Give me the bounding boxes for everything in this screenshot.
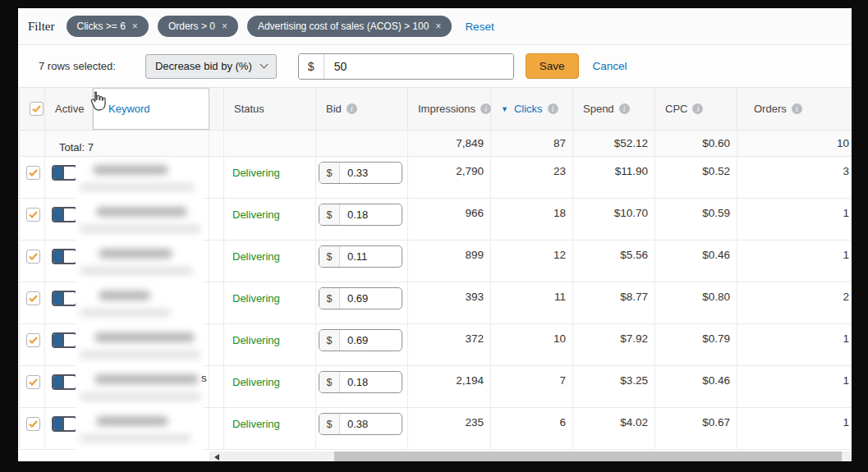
app-window: Filter Clicks >= 6×Orders > 0×Advertisin… xyxy=(18,8,852,461)
redacted-keyword-text xyxy=(93,165,168,175)
bid-value: 0.18 xyxy=(340,372,402,392)
active-toggle[interactable] xyxy=(52,165,77,181)
cpc-value: $0.46 xyxy=(655,241,737,282)
row-checkbox[interactable] xyxy=(26,291,40,305)
remove-filter-icon[interactable]: × xyxy=(222,21,227,32)
redacted-keyword-text xyxy=(94,374,199,384)
currency-prefix: $ xyxy=(299,54,324,79)
info-icon[interactable]: i xyxy=(692,103,703,114)
keyword-visible-suffix: s xyxy=(201,372,207,384)
clicks-value: 11 xyxy=(491,282,573,323)
select-all-checkbox[interactable] xyxy=(30,102,44,116)
total-orders: 10 xyxy=(737,131,852,156)
total-cpc: $0.60 xyxy=(655,131,737,156)
active-toggle[interactable] xyxy=(52,416,77,432)
total-label: Total: 7 xyxy=(45,131,93,156)
check-icon xyxy=(29,253,38,260)
bulk-action-selected-value: Decrease bid by (%) xyxy=(155,60,252,72)
spend-value: $11.90 xyxy=(573,157,655,198)
info-icon[interactable]: i xyxy=(619,103,630,114)
cancel-link[interactable]: Cancel xyxy=(593,60,627,72)
remove-filter-icon[interactable]: × xyxy=(435,21,441,32)
cpc-value: $0.59 xyxy=(655,199,737,240)
bid-value: 0.69 xyxy=(340,288,402,309)
total-spend: $52.12 xyxy=(573,131,655,156)
bid-input[interactable]: $ 0.33 xyxy=(319,162,402,184)
row-checkbox[interactable] xyxy=(26,166,40,180)
redacted-keyword-text xyxy=(99,291,150,300)
orders-value: 1 xyxy=(737,366,852,407)
scroll-left-arrow-icon[interactable] xyxy=(214,454,219,461)
impressions-value: 393 xyxy=(408,282,491,323)
info-icon[interactable]: i xyxy=(792,103,802,114)
status-text: Delivering xyxy=(224,292,280,305)
info-icon[interactable]: i xyxy=(548,103,558,114)
orders-value: 1 xyxy=(737,324,852,365)
orders-value: 1 xyxy=(737,241,852,282)
bulk-action-dropdown[interactable]: Decrease bid by (%) xyxy=(145,54,277,79)
rows-selected-label: 7 rows selected: xyxy=(39,60,116,72)
info-icon[interactable]: i xyxy=(480,103,491,114)
bid-value-input[interactable] xyxy=(324,54,513,79)
redacted-keyword-subtext xyxy=(80,351,201,359)
bid-value-input-group: $ xyxy=(298,53,514,80)
status-text: Delivering xyxy=(224,334,280,346)
bid-input[interactable]: $ 0.69 xyxy=(319,287,402,309)
bid-input[interactable]: $ 0.11 xyxy=(319,245,402,268)
status-text: Delivering xyxy=(224,376,280,388)
row-checkbox[interactable] xyxy=(26,333,40,347)
impressions-value: 372 xyxy=(408,324,491,365)
bid-currency-prefix: $ xyxy=(319,246,340,267)
check-icon xyxy=(29,420,38,428)
spend-value: $8.77 xyxy=(573,282,655,323)
scrollbar-thumb[interactable] xyxy=(334,451,842,461)
spend-value: $3.25 xyxy=(573,366,655,407)
impressions-value: 2,194 xyxy=(408,366,491,407)
column-header-impressions[interactable]: Impressionsi xyxy=(408,88,491,130)
status-text: Delivering xyxy=(224,250,280,263)
bid-currency-prefix: $ xyxy=(319,204,340,225)
column-header-keyword[interactable]: Keyword xyxy=(93,88,209,130)
column-header-orders[interactable]: Ordersi xyxy=(737,88,852,130)
filter-chip[interactable]: Clicks >= 6× xyxy=(67,16,149,37)
clicks-value: 6 xyxy=(491,408,573,449)
orders-value: 3 xyxy=(737,157,852,198)
active-toggle[interactable] xyxy=(52,291,77,306)
row-checkbox[interactable] xyxy=(26,208,40,222)
column-header-spend[interactable]: Spendi xyxy=(573,88,655,130)
save-button[interactable]: Save xyxy=(526,53,579,79)
reset-filters-link[interactable]: Reset xyxy=(465,21,494,33)
row-checkbox[interactable] xyxy=(26,375,40,389)
horizontal-scrollbar[interactable] xyxy=(209,451,852,461)
column-header-clicks[interactable]: ▼Clicksi xyxy=(491,88,573,130)
row-checkbox[interactable] xyxy=(26,417,40,431)
check-icon xyxy=(29,211,38,218)
bid-input[interactable]: $ 0.18 xyxy=(319,371,402,393)
info-icon[interactable]: i xyxy=(347,103,357,114)
bid-value: 0.69 xyxy=(340,330,402,351)
orders-value: 2 xyxy=(737,282,852,323)
active-toggle[interactable] xyxy=(52,207,77,222)
column-header-status[interactable]: Status xyxy=(224,88,316,130)
active-toggle[interactable] xyxy=(52,249,77,264)
row-checkbox[interactable] xyxy=(26,250,40,263)
column-header-cpc[interactable]: CPCi xyxy=(655,88,737,130)
bid-value: 0.11 xyxy=(340,246,402,267)
bid-value: 0.38 xyxy=(340,414,402,434)
orders-value: 1 xyxy=(737,408,852,449)
bid-input[interactable]: $ 0.18 xyxy=(319,204,402,226)
filter-chip[interactable]: Advertising cost of sales (ACOS) > 100× xyxy=(247,16,452,37)
active-toggle[interactable] xyxy=(52,374,77,390)
spend-value: $7.92 xyxy=(573,324,655,365)
remove-filter-icon[interactable]: × xyxy=(132,21,138,32)
cpc-value: $0.80 xyxy=(655,282,737,323)
filter-chip[interactable]: Orders > 0× xyxy=(158,16,238,37)
total-impressions: 7,849 xyxy=(408,131,491,156)
column-header-active[interactable]: Active xyxy=(45,88,93,130)
check-icon xyxy=(32,105,41,112)
column-header-bid[interactable]: Bidi xyxy=(316,88,408,130)
active-toggle[interactable] xyxy=(52,332,77,348)
table-total-row: Total: 7 7,849 87 $52.12 $0.60 10 xyxy=(19,131,852,157)
bid-input[interactable]: $ 0.69 xyxy=(319,329,402,351)
bid-input[interactable]: $ 0.38 xyxy=(319,413,402,435)
